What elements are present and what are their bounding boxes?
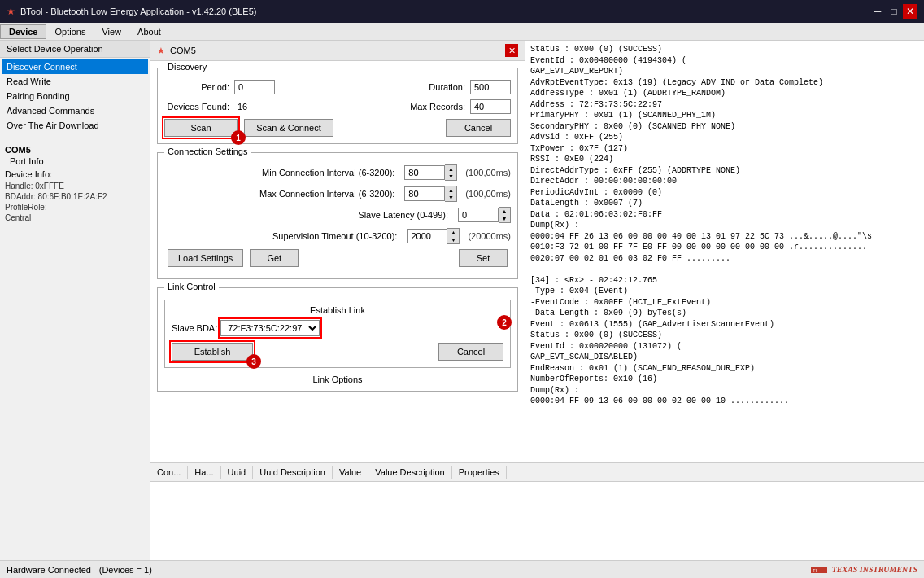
log-line: [34] : <Rx> - 02:42:12.765	[530, 275, 919, 287]
center-panel: ★ COM5 ✕ Discovery Period:	[150, 41, 525, 462]
log-line: 0000:04 FF 09 13 06 00 00 00 02 00 00 10…	[530, 396, 919, 407]
discovery-cancel-button[interactable]: Cancel	[446, 119, 511, 137]
sidebar-item-ota-download[interactable]: Over The Air Download	[2, 118, 148, 133]
establish-link-group: Establish Link Slave BDA: 72:F3:73:5C:22…	[164, 300, 511, 368]
slave-latency-down[interactable]: ▼	[499, 215, 510, 222]
title-bar: ★ BTool - Bluetooth Low Energy Applicati…	[0, 0, 924, 23]
scan-btn-container: Scan 1	[164, 119, 238, 137]
scan-connect-button[interactable]: Scan & Connect	[244, 119, 333, 137]
supervision-down[interactable]: ▼	[447, 236, 459, 243]
max-conn-input[interactable]	[404, 186, 445, 201]
menu-view[interactable]: View	[94, 25, 129, 38]
establish-button[interactable]: Establish	[172, 343, 253, 361]
menu-bar: Device Options View About	[0, 23, 924, 41]
duration-input[interactable]	[470, 80, 511, 94]
minimize-button[interactable]: ─	[870, 4, 885, 19]
log-line: ----------------------------------------…	[530, 264, 919, 275]
max-conn-label: Max Connection Interval (6-3200):	[164, 189, 399, 199]
log-line: RSSI : 0xE0 (224)	[530, 154, 919, 165]
min-conn-down[interactable]: ▼	[445, 173, 456, 180]
log-line: AdvSid : 0xFF (255)	[530, 132, 919, 143]
max-conn-spinner: ▲ ▼	[404, 186, 457, 202]
sidebar-item-discover-connect[interactable]: Discover Connect	[2, 59, 148, 74]
min-conn-suffix: (100,00ms)	[465, 168, 511, 177]
table-header: Con...Ha...UuidUuid DescriptionValueValu…	[150, 463, 924, 482]
table-header-cell-5: Value Description	[368, 466, 451, 479]
sidebar-bdaddr: BDAddr: 80:6F:B0:1E:2A:F2	[5, 191, 145, 202]
min-conn-spinner: ▲ ▼	[404, 164, 457, 181]
table-header-cell-4: Value	[333, 466, 368, 479]
sidebar-profilerole-value: Central	[5, 212, 145, 223]
annotation-badge-1: 1	[231, 130, 246, 145]
maximize-button[interactable]: □	[887, 4, 901, 19]
link-cancel-button[interactable]: Cancel	[438, 343, 503, 361]
panel-header: ★ COM5 ✕	[150, 41, 525, 61]
table-header-cell-2: Uuid	[221, 466, 254, 479]
min-conn-input[interactable]	[404, 165, 445, 180]
min-conn-label: Min Connection Interval (6-3200):	[164, 168, 399, 177]
sidebar-profilerole-label: ProfileRole:	[5, 202, 145, 212]
menu-device[interactable]: Device	[0, 24, 46, 39]
log-line: Event : 0x0613 (1555) (GAP_AdvertiserSca…	[530, 319, 919, 331]
sidebar-device-info-label: Device Info:	[5, 168, 145, 181]
slave-latency-input[interactable]	[458, 208, 499, 222]
supervision-input[interactable]	[407, 229, 447, 243]
log-line: Status : 0x00 (0) (SUCCESS)	[530, 44, 919, 55]
status-right: TI TEXAS INSTRUMENTS	[811, 563, 917, 576]
get-button[interactable]: Get	[250, 249, 299, 267]
min-conn-row: Min Connection Interval (6-3200): ▲ ▼	[164, 164, 511, 181]
table-header-cell-6: Properties	[452, 466, 507, 479]
center-scroll-area[interactable]: Discovery Period: Duration:	[150, 61, 525, 462]
log-line: NumberOfReports: 0x10 (16)	[530, 374, 919, 385]
max-conn-down[interactable]: ▼	[445, 194, 456, 201]
load-settings-button[interactable]: Load Settings	[168, 249, 243, 267]
supervision-up[interactable]: ▲	[447, 229, 459, 236]
supervision-label: Supervision Timeout (10-3200):	[164, 231, 402, 241]
devices-found-value: 16	[238, 102, 247, 112]
sidebar-item-pairing-bonding[interactable]: Pairing Bonding	[2, 89, 148, 103]
establish-button-row: Establish 3 Cancel	[172, 343, 503, 361]
discovery-button-row: Scan 1 Scan & Connect Cancel	[164, 119, 511, 137]
close-button[interactable]: ✕	[903, 4, 917, 19]
menu-options[interactable]: Options	[46, 25, 94, 38]
set-button[interactable]: Set	[459, 249, 508, 267]
slave-bda-label: Slave BDA:	[172, 323, 217, 333]
log-line: EndReason : 0x01 (1) (SCAN_END_REASON_DU…	[530, 363, 919, 374]
log-line: -EventCode : 0x00FF (HCI_LE_ExtEvent)	[530, 297, 919, 309]
scan-button[interactable]: Scan	[164, 119, 238, 137]
panel-close-button[interactable]: ✕	[505, 44, 518, 57]
log-line: DirectAddr : 00:00:00:00:00:00	[530, 176, 919, 187]
panel-icon: ★	[157, 46, 165, 56]
sidebar-port-section: COM5 Port Info Device Info: Handle: 0xFF…	[0, 142, 150, 226]
slave-latency-label: Slave Latency (0-499):	[164, 210, 453, 220]
log-line: SecondaryPHY : 0x00 (0) (SCANNED_PHY_NON…	[530, 121, 919, 133]
supervision-spinner: ▲ ▼	[407, 228, 460, 244]
sidebar-port-info[interactable]: Port Info	[5, 155, 145, 168]
log-line: 0000:04 FF 26 13 06 00 00 00 40 00 13 01…	[530, 231, 919, 243]
log-body[interactable]: Status : 0x00 (0) (SUCCESS)EventId : 0x0…	[525, 41, 924, 462]
log-line: GAP_EVT_SCAN_DISABLED)	[530, 352, 919, 363]
period-input[interactable]	[234, 80, 275, 94]
menu-about[interactable]: About	[129, 25, 169, 38]
log-line: PrimaryPHY : 0x01 (1) (SCANNED_PHY_1M)	[530, 110, 919, 121]
max-conn-suffix: (100,00ms)	[465, 189, 511, 199]
slave-latency-row: Slave Latency (0-499): ▲ ▼	[164, 207, 511, 223]
bottom-table: Con...Ha...UuidUuid DescriptionValueValu…	[150, 462, 924, 560]
sidebar-item-advanced-commands[interactable]: Advanced Commands	[2, 103, 148, 118]
sidebar-title: Select Device Operation	[0, 41, 150, 58]
log-line: 0010:F3 72 01 00 FF 7F E0 FF 00 00 00 00…	[530, 242, 919, 253]
panel-title: COM5	[170, 46, 196, 55]
establish-btn-container: Establish 3	[172, 343, 253, 361]
slave-latency-up[interactable]: ▲	[499, 208, 510, 215]
duration-label: Duration:	[416, 82, 465, 92]
max-conn-up[interactable]: ▲	[445, 186, 456, 194]
max-records-input[interactable]	[470, 99, 511, 114]
sidebar-item-read-write[interactable]: Read Write	[2, 74, 148, 89]
max-conn-row: Max Connection Interval (6-3200): ▲ ▼	[164, 186, 511, 202]
conn-settings-button-row: Load Settings Get Set	[164, 249, 511, 267]
discovery-group: Discovery Period: Duration:	[157, 68, 518, 144]
sidebar: Select Device Operation Discover Connect…	[0, 41, 150, 560]
status-text: Hardware Connected - (Devices = 1)	[7, 565, 152, 575]
slave-bda-select[interactable]: 72:F3:73:5C:22:97	[220, 320, 320, 336]
min-conn-up[interactable]: ▲	[445, 165, 456, 173]
